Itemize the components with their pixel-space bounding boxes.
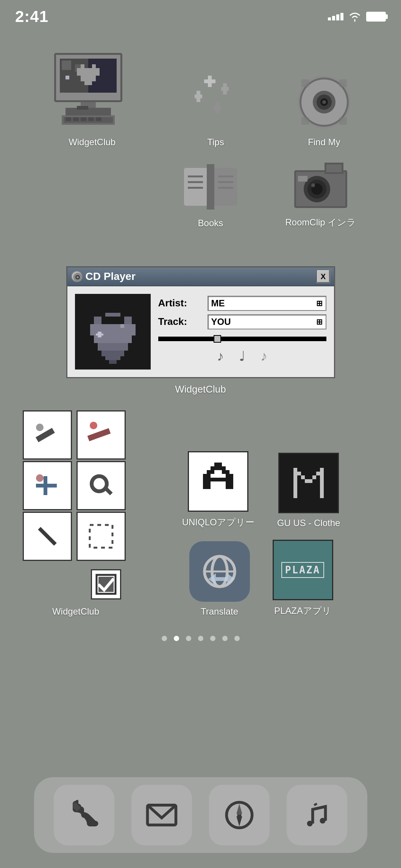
cd-player-widget-label: WidgetClub [175,384,226,395]
svg-rect-102 [203,478,233,481]
page-dot-0[interactable] [162,636,167,641]
progress-bar[interactable] [158,337,326,341]
svg-rect-69 [94,317,101,324]
phone-icon [67,798,101,832]
plaza-icon: PLAZA [273,540,333,600]
svg-rect-30 [223,91,227,95]
camera-icon [290,159,351,212]
cd-controls: ♪ ♩ ♪ [158,345,326,368]
compass-icon [222,798,256,832]
cd-player-widget: CD Player X [66,266,335,378]
svg-rect-54 [218,175,233,177]
pagination-dots [0,636,401,641]
svg-rect-65 [298,176,307,182]
dock-music[interactable] [287,785,347,845]
svg-point-90 [92,476,107,491]
sparkles-icon [185,72,246,132]
svg-rect-76 [101,351,124,356]
pause-icon[interactable]: ♩ [239,348,245,364]
svg-point-68 [76,276,79,278]
svg-rect-110 [305,479,312,483]
svg-rect-55 [218,181,233,183]
app-gu[interactable]: GU US - Clothe [277,453,340,528]
grid-cell-2 [76,410,126,460]
page-dot-2[interactable] [186,636,191,641]
svg-point-64 [311,183,315,187]
grid-cell-5 [23,512,72,561]
page-dot-1[interactable] [174,636,179,641]
page-dot-3[interactable] [198,636,203,641]
svg-rect-20 [88,117,94,121]
app-widgetclub-1[interactable]: WidgetClub [47,49,137,148]
svg-rect-7 [92,64,96,68]
uniqlo-icon [188,451,248,512]
svg-rect-34 [215,102,219,106]
app-gu-label: GU US - Clothe [277,518,340,528]
stop-icon[interactable]: ♪ [261,348,267,364]
svg-rect-17 [66,117,71,121]
app-roomclip[interactable]: RoomClip インラ [285,159,356,228]
app-books[interactable]: Books [180,160,241,228]
svg-rect-50 [207,164,214,210]
svg-rect-85 [87,428,111,441]
svg-rect-35 [214,106,221,110]
svg-rect-70 [105,313,113,317]
pixel-grid-widget[interactable] [23,410,129,561]
grid-cell-3 [23,461,72,510]
svg-rect-4 [62,61,71,70]
svg-rect-51 [188,175,203,177]
app-findmy[interactable]: Find My [294,72,354,148]
page-dot-4[interactable] [210,636,215,641]
svg-rect-26 [204,79,208,83]
svg-rect-45 [339,79,347,87]
wifi-icon [348,11,362,22]
track-label: Track: [158,316,204,328]
status-icons [328,11,386,22]
app-translate-label: Translate [201,606,238,617]
svg-rect-100 [203,474,211,478]
app-translate[interactable]: Translate [189,541,250,617]
music-icon [300,798,334,832]
dock-mail[interactable] [131,785,192,845]
svg-rect-104 [226,481,233,485]
pixel-computer-icon [47,49,137,132]
checkbox-widget[interactable] [91,569,121,599]
svg-rect-71 [113,313,120,317]
progress-thumb[interactable] [214,335,221,343]
cd-player-close-button[interactable]: X [317,270,330,283]
svg-rect-112 [316,472,320,475]
play-icon[interactable]: ♪ [217,348,224,364]
page-dot-5[interactable] [222,636,228,641]
svg-rect-29 [221,87,229,91]
svg-point-86 [90,422,97,429]
disc-icon [294,72,354,132]
track-dropdown-icon[interactable]: ⊞ [316,317,323,326]
app-tips-label: Tips [207,137,224,148]
dock-safari[interactable] [209,785,270,845]
app-tips[interactable]: Tips [185,72,246,148]
svg-rect-101 [226,474,233,478]
dock [34,777,367,853]
grid-cell-6 [76,512,126,561]
svg-rect-97 [211,466,226,470]
svg-rect-92 [38,527,56,545]
svg-rect-77 [105,356,120,360]
dock-phone[interactable] [54,785,114,845]
cd-player-title-icon [71,271,83,282]
cd-album-art [75,294,151,370]
translate-icon [189,541,250,602]
svg-rect-93 [90,525,112,548]
grid-cell-4 [76,461,126,510]
svg-rect-81 [98,335,101,337]
app-plaza[interactable]: PLAZA PLAZAアプリ [273,540,333,617]
svg-rect-72 [124,317,132,324]
page-dot-6[interactable] [234,636,240,641]
svg-rect-28 [223,83,227,87]
plaza-text: PLAZA [281,562,324,578]
svg-rect-27 [212,79,215,83]
artist-dropdown-icon[interactable]: ⊞ [316,299,323,308]
status-bar: 2:41 [0,0,401,26]
svg-point-84 [36,424,44,431]
app-uniqlo[interactable]: UNIQLOアプリー [182,451,254,528]
svg-rect-47 [339,117,347,125]
